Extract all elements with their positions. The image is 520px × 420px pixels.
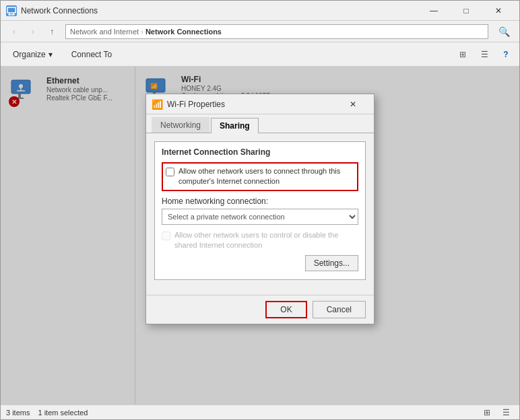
app-icon: [6, 5, 17, 16]
content-area: ✕ Ethernet Network cable unp... Realtek …: [1, 67, 519, 405]
minimize-button[interactable]: —: [418, 1, 449, 21]
command-bar: Organize ▾ Connect To ⊞ ☰ ?: [1, 42, 519, 67]
settings-button[interactable]: Settings...: [305, 255, 358, 271]
allow-sharing-row: Allow other network users to connect thr…: [162, 162, 358, 191]
ok-button[interactable]: OK: [265, 301, 306, 318]
details-view-button[interactable]: ☰: [498, 405, 514, 421]
dialog-icon: 📶: [152, 99, 163, 110]
main-window: Network Connections — □ ✕ ‹ › ↑ Network …: [0, 0, 520, 420]
dialog-title: Wi-Fi Properties: [167, 100, 337, 109]
dialog-close-button[interactable]: ✕: [337, 94, 368, 114]
status-bar: 3 items 1 item selected ⊞ ☰: [1, 405, 519, 419]
allow-sharing-checkbox[interactable]: [166, 168, 174, 176]
title-bar: Network Connections — □ ✕: [1, 1, 519, 21]
private-network-dropdown[interactable]: Select a private network connection: [162, 209, 358, 225]
organize-button[interactable]: Organize ▾: [6, 45, 59, 64]
group-title: Internet Connection Sharing: [162, 147, 358, 157]
nav-toolbar: ‹ › ↑ Network and Internet › Network Con…: [1, 21, 519, 42]
up-button[interactable]: ↑: [44, 24, 60, 40]
address-text: Network and Internet › Network Connectio…: [70, 28, 222, 36]
forward-button[interactable]: ›: [25, 24, 41, 40]
search-button[interactable]: 🔍: [494, 24, 514, 40]
view-toggle: ⊞ ☰: [479, 405, 514, 421]
settings-row: Settings...: [162, 255, 358, 271]
address-bar[interactable]: Network and Internet › Network Connectio…: [65, 24, 488, 39]
back-button[interactable]: ‹: [6, 24, 22, 40]
close-button[interactable]: ✕: [483, 1, 514, 21]
dialog-content: Internet Connection Sharing Allow other …: [146, 133, 374, 295]
maximize-button[interactable]: □: [451, 1, 482, 21]
allow-control-label: Allow other network users to control or …: [174, 230, 358, 251]
tab-sharing[interactable]: Sharing: [211, 118, 259, 133]
selection-count: 1 item selected: [38, 409, 88, 417]
help-button[interactable]: ?: [498, 46, 514, 63]
svg-rect-0: [7, 7, 15, 13]
wifi-properties-dialog: 📶 Wi-Fi Properties ✕ Networking Sharing …: [145, 94, 375, 324]
cancel-button[interactable]: Cancel: [313, 301, 366, 318]
dialog-tabs: Networking Sharing: [146, 114, 374, 133]
window-title: Network Connections: [21, 6, 418, 15]
modal-overlay: 📶 Wi-Fi Properties ✕ Networking Sharing …: [1, 67, 519, 405]
dialog-title-bar: 📶 Wi-Fi Properties ✕: [146, 94, 374, 114]
item-count: 3 items: [6, 409, 30, 417]
view-details-button[interactable]: ☰: [476, 46, 492, 63]
window-controls: — □ ✕: [418, 1, 514, 21]
internet-connection-sharing-group: Internet Connection Sharing Allow other …: [154, 141, 366, 280]
view-list-button[interactable]: ⊞: [455, 46, 471, 63]
tab-networking[interactable]: Networking: [152, 117, 209, 133]
connect-to-button[interactable]: Connect To: [65, 45, 119, 64]
allow-sharing-label[interactable]: Allow other network users to connect thr…: [178, 166, 354, 187]
allow-control-checkbox: [162, 232, 170, 240]
home-networking-label: Home networking connection:: [162, 197, 358, 206]
large-icon-view-button[interactable]: ⊞: [479, 405, 495, 421]
dialog-footer: OK Cancel: [146, 295, 374, 324]
allow-control-row: Allow other network users to control or …: [162, 230, 358, 251]
